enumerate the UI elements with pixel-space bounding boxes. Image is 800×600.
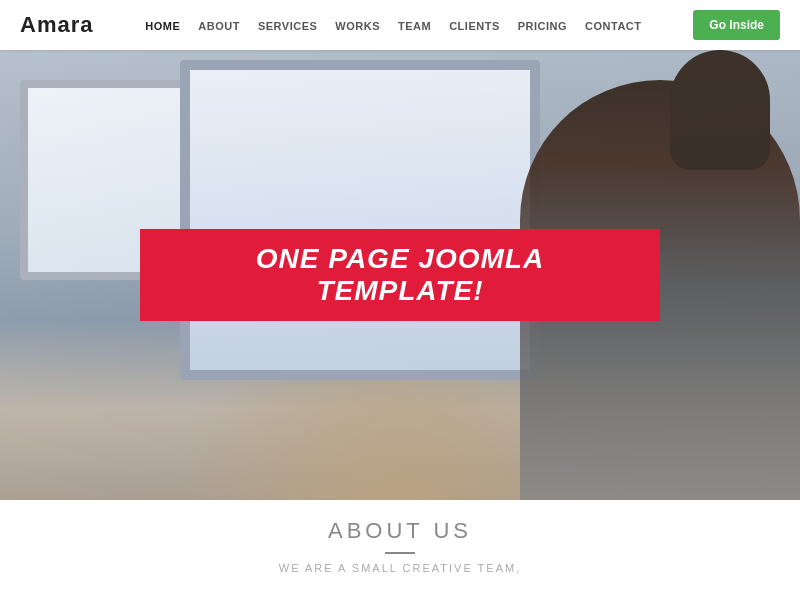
nav-item-pricing[interactable]: PRICING bbox=[518, 16, 567, 34]
nav-menu: HOME ABOUT SERVICES WORKS TEAM CLIENTS P… bbox=[145, 16, 641, 34]
hero-banner-text: ONE PAGE JOOMLA TEMPLATE! bbox=[256, 243, 544, 306]
nav-item-clients[interactable]: CLIENTS bbox=[449, 16, 500, 34]
hero-section: ONE PAGE JOOMLA TEMPLATE! bbox=[0, 50, 800, 500]
nav-item-works[interactable]: WORKS bbox=[335, 16, 380, 34]
hero-banner: ONE PAGE JOOMLA TEMPLATE! bbox=[140, 229, 660, 321]
navbar: Amara HOME ABOUT SERVICES WORKS TEAM CLI… bbox=[0, 0, 800, 50]
nav-link-works[interactable]: WORKS bbox=[335, 20, 380, 32]
nav-link-contact[interactable]: CONTACT bbox=[585, 20, 641, 32]
nav-link-home[interactable]: HOME bbox=[145, 20, 180, 32]
about-title: ABOUT US bbox=[328, 518, 472, 544]
about-subtitle: WE ARE A SMALL CREATIVE TEAM, bbox=[279, 562, 521, 574]
nav-link-clients[interactable]: CLIENTS bbox=[449, 20, 500, 32]
nav-item-services[interactable]: SERVICES bbox=[258, 16, 317, 34]
monitor-center bbox=[180, 60, 540, 380]
nav-item-home[interactable]: HOME bbox=[145, 16, 180, 34]
nav-link-about[interactable]: ABOUT bbox=[198, 20, 240, 32]
about-section: ABOUT US WE ARE A SMALL CREATIVE TEAM, bbox=[0, 500, 800, 600]
brand-logo[interactable]: Amara bbox=[20, 12, 93, 38]
nav-link-services[interactable]: SERVICES bbox=[258, 20, 317, 32]
nav-item-team[interactable]: TEAM bbox=[398, 16, 431, 34]
nav-link-team[interactable]: TEAM bbox=[398, 20, 431, 32]
nav-item-about[interactable]: ABOUT bbox=[198, 16, 240, 34]
monitor-center-screen bbox=[190, 70, 530, 370]
about-divider bbox=[385, 552, 415, 554]
go-inside-button[interactable]: Go Inside bbox=[693, 10, 780, 40]
nav-item-contact[interactable]: CONTACT bbox=[585, 16, 641, 34]
nav-link-pricing[interactable]: PRICING bbox=[518, 20, 567, 32]
person-head bbox=[670, 50, 770, 170]
